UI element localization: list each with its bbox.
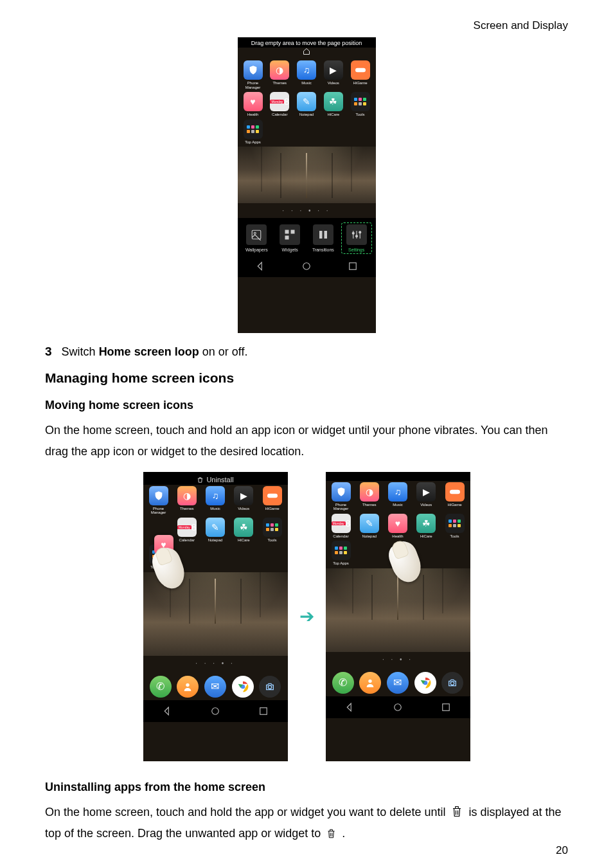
svg-point-13 [359, 231, 360, 233]
svg-rect-7 [324, 231, 327, 239]
svg-rect-3 [285, 230, 289, 234]
svg-rect-4 [291, 230, 295, 234]
nav-back-icon [254, 260, 266, 272]
app-hicare: ☘HiCare [322, 92, 345, 117]
dock-camera-icon [259, 676, 281, 698]
app-tools: Tools [349, 92, 372, 117]
screenshot-home-editor: Drag empty area to move the page positio… [238, 37, 376, 333]
svg-point-11 [352, 233, 354, 235]
trash-icon [451, 805, 463, 818]
uninstall-bar: Uninstall [143, 472, 288, 485]
page-number: 20 [556, 844, 568, 857]
svg-point-21 [212, 708, 219, 715]
section-header: Screen and Display [45, 19, 568, 32]
home-indicator-icon [303, 48, 310, 55]
wallpaper-pier [238, 147, 376, 203]
app-calendar: Monday8Calendar [268, 92, 291, 117]
drag-hint: Drag empty area to move the page positio… [238, 37, 376, 48]
dock-messages-icon: ✉ [204, 676, 226, 698]
app-music: ♫Music [295, 60, 318, 89]
tray-wallpapers: Wallpapers [241, 224, 272, 254]
tray-transitions: Transitions [308, 224, 339, 254]
tray-settings-highlighted: Settings [341, 222, 372, 254]
app-videos: ▶Videos [322, 60, 345, 89]
svg-rect-16 [267, 493, 278, 498]
heading-moving-icons: Moving home screen icons [45, 399, 568, 412]
svg-rect-5 [285, 236, 289, 240]
app-top-apps: Top Apps [242, 120, 265, 145]
svg-point-14 [303, 263, 310, 270]
paragraph-moving: On the home screen, touch and hold an ap… [45, 420, 568, 463]
nav-recent-icon [347, 260, 359, 272]
svg-point-17 [186, 683, 190, 687]
svg-point-28 [395, 704, 402, 711]
svg-point-2 [254, 233, 256, 235]
svg-point-24 [369, 680, 372, 683]
android-navbar [238, 255, 376, 277]
svg-rect-1 [253, 231, 262, 240]
svg-rect-0 [355, 68, 366, 73]
app-notepad: ✎Notepad [295, 92, 318, 117]
app-higame: HiGame [349, 60, 372, 89]
svg-rect-22 [260, 708, 267, 715]
dock-chrome-icon [232, 676, 254, 698]
svg-point-27 [451, 682, 454, 685]
app-health: ♥Health [242, 92, 265, 117]
tray-widgets: Widgets [274, 224, 305, 254]
trash-icon [326, 828, 336, 839]
app-phone-manager: Phone Manager [242, 60, 265, 89]
nav-home-icon [301, 260, 312, 272]
page-indicator: · · · • · · [238, 203, 376, 218]
heading-managing-icons: Managing home screen icons [45, 370, 568, 386]
svg-rect-15 [349, 263, 356, 270]
app-themes: ◑Themes [268, 60, 291, 89]
screenshot-move-sequence: Uninstall Phone Manager ◑Themes ♫Music ▶… [45, 472, 568, 761]
svg-rect-29 [443, 704, 450, 711]
arrow-icon: ➔ [299, 606, 314, 627]
dock-contacts-icon [177, 676, 199, 698]
svg-point-12 [355, 235, 357, 237]
svg-rect-6 [319, 231, 323, 239]
heading-uninstalling: Uninstalling apps from the home screen [45, 781, 568, 794]
svg-point-20 [269, 685, 272, 689]
svg-rect-23 [450, 489, 460, 494]
step-number: 3 [45, 345, 52, 358]
step-3: 3 Switch Home screen loop on or off. [45, 345, 568, 359]
dock-phone-icon: ✆ [150, 676, 172, 698]
paragraph-uninstalling: On the home screen, touch and hold the a… [45, 802, 568, 845]
